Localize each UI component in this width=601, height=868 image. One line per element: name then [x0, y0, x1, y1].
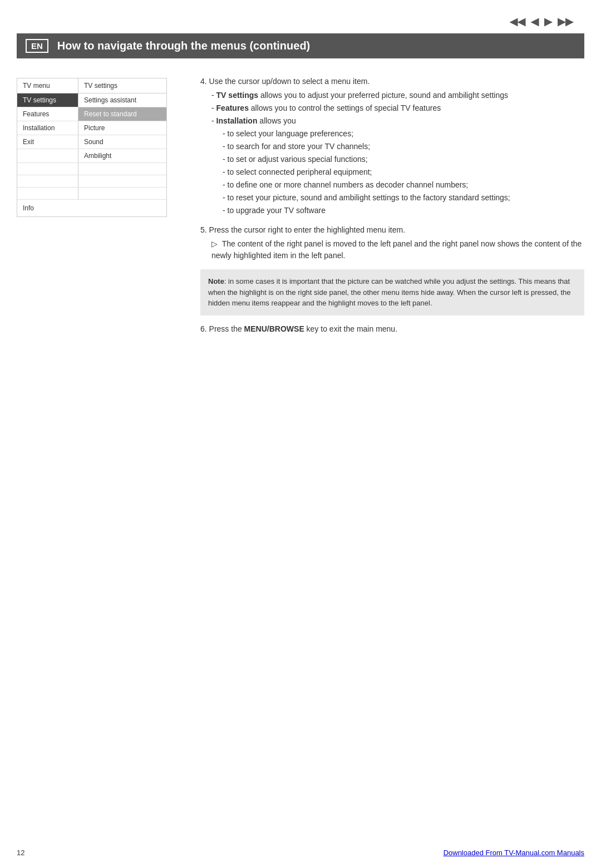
menu-item-picture[interactable]: Picture: [78, 121, 166, 135]
tv-settings-label: TV settings: [216, 91, 258, 100]
footer-link[interactable]: Downloaded From TV-Manual.com Manuals: [444, 849, 584, 857]
nav-prev-icon[interactable]: ◀: [531, 16, 539, 28]
step-6: 6. Press the MENU/BROWSE key to exit the…: [200, 323, 584, 335]
table-row: [17, 175, 166, 188]
install-sub6: - to reset your picture, sound and ambil…: [223, 192, 584, 204]
step-5: 5. Press the cursor right to enter the h…: [200, 224, 584, 262]
step-4: 4. Use the cursor up/down to select a me…: [200, 76, 584, 216]
menu-item-features[interactable]: Features: [17, 107, 78, 121]
header-bar: EN How to navigate through the menus (co…: [17, 33, 584, 58]
step-5-number: 5.: [200, 225, 209, 234]
page-title: How to navigate through the menus (conti…: [57, 40, 310, 52]
step-4-sub2: - Features allows you to control the set…: [211, 102, 584, 114]
install-sub1: - to select your language preferences;: [223, 128, 584, 140]
step-5-header: 5. Press the cursor right to enter the h…: [200, 224, 584, 236]
step-6-number: 6.: [200, 324, 209, 333]
install-sub7: - to upgrade your TV software: [223, 205, 584, 216]
step-4-header: 4. Use the cursor up/down to select a me…: [200, 76, 584, 87]
arrow-right-icon: ▷: [211, 238, 218, 250]
table-row: TV settings Settings assistant: [17, 93, 166, 107]
install-sub3: - to set or adjust various special funct…: [223, 154, 584, 165]
step-4-text: Use the cursor up/down to select a menu …: [209, 77, 370, 86]
note-box: Note: in some cases it is important that…: [200, 269, 584, 315]
nav-last-icon[interactable]: ▶▶: [558, 16, 573, 28]
footer: 12 Downloaded From TV-Manual.com Manuals: [17, 849, 584, 857]
install-sub2: - to search for and store your TV channe…: [223, 141, 584, 152]
tv-menu-box: TV menu TV settings TV settings Settings…: [17, 78, 167, 217]
menu-item-settings-assistant[interactable]: Settings assistant: [78, 93, 166, 107]
lang-badge: EN: [26, 39, 48, 53]
step-6-header: 6. Press the MENU/BROWSE key to exit the…: [200, 323, 584, 335]
tv-menu-info: Info: [17, 200, 166, 216]
tv-menu-panel: TV menu TV settings TV settings Settings…: [17, 78, 184, 835]
step-5-text: Press the cursor right to enter the high…: [209, 225, 406, 234]
nav-arrows: ◀◀ ◀ ▶ ▶▶: [510, 16, 573, 28]
main-content: TV menu TV settings TV settings Settings…: [17, 67, 584, 835]
note-label: Note: [208, 277, 224, 285]
installation-label: Installation: [216, 116, 258, 125]
nav-next-icon[interactable]: ▶: [544, 16, 552, 28]
step-4-sub3: - Installation allows you: [211, 115, 584, 127]
menu-item-exit[interactable]: Exit: [17, 135, 78, 149]
table-row: Features Reset to standard: [17, 107, 166, 121]
note-text: : in some cases it is important that the…: [208, 277, 571, 307]
tv-menu-col2-header: TV settings: [78, 78, 166, 93]
menu-cell-empty1: [17, 149, 78, 162]
menu-item-sound[interactable]: Sound: [78, 135, 166, 149]
menu-item-reset-to-standard[interactable]: Reset to standard: [78, 107, 166, 121]
menu-browse-label: MENU/BROWSE: [244, 324, 304, 333]
nav-first-icon[interactable]: ◀◀: [510, 16, 525, 28]
page-number: 12: [17, 849, 24, 857]
table-row: [17, 163, 166, 175]
instructions-panel: 4. Use the cursor up/down to select a me…: [200, 67, 584, 835]
table-row: Ambilight: [17, 149, 166, 163]
table-row: Exit Sound: [17, 135, 166, 149]
features-label: Features: [216, 103, 249, 112]
tv-menu-header: TV menu TV settings: [17, 78, 166, 93]
step-5-sub1: ▷ The content of the right panel is move…: [211, 238, 584, 262]
step-4-sub1: - TV settings allows you to adjust your …: [211, 90, 584, 101]
install-sub5: - to define one or more channel numbers …: [223, 179, 584, 191]
install-sub4: - to select connected peripheral equipme…: [223, 166, 584, 178]
step-4-number: 4.: [200, 77, 209, 86]
menu-item-ambilight[interactable]: Ambilight: [78, 149, 166, 162]
menu-item-installation[interactable]: Installation: [17, 121, 78, 135]
tv-menu-col1-header: TV menu: [17, 78, 78, 93]
menu-item-tv-settings[interactable]: TV settings: [17, 93, 78, 107]
step-6-text: Press the MENU/BROWSE key to exit the ma…: [209, 324, 397, 333]
table-row: [17, 188, 166, 200]
table-row: Installation Picture: [17, 121, 166, 135]
